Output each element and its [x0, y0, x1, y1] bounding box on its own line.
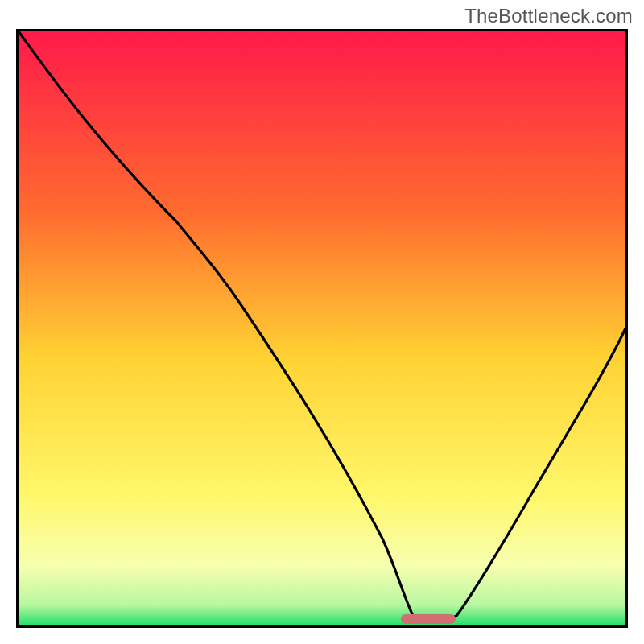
- curve-path: [19, 31, 625, 621]
- plot-area: [16, 29, 628, 628]
- bottleneck-curve: [19, 31, 625, 625]
- optimal-range-marker: [401, 614, 456, 624]
- chart-container: TheBottleneck.com: [0, 0, 644, 644]
- watermark-text: TheBottleneck.com: [464, 5, 633, 27]
